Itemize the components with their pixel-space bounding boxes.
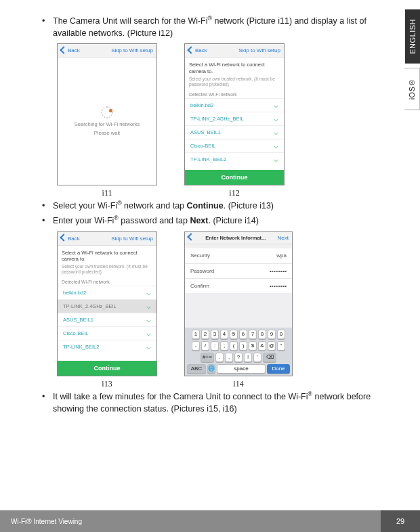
phone-i14: Enter Network Informat... Next Securityw… bbox=[184, 231, 293, 376]
instruction-list: It will take a few minutes for the Camer… bbox=[39, 391, 387, 415]
key-done[interactable]: Done bbox=[267, 364, 290, 374]
wifi-icon: ⌵ bbox=[274, 128, 278, 137]
page-footer: Wi-Fi® Internet Viewing 29 bbox=[0, 510, 420, 532]
form-fields: Securitywpa Password••••••••• Confirm•••… bbox=[185, 248, 292, 293]
figure-label: i14 bbox=[233, 379, 243, 389]
network-item[interactable]: Cisco-BEIL⌵ bbox=[185, 139, 284, 152]
network-list: belkin.bd2⌵ TP-LINK_2.4GHz_BEIL⌵ ASUS_BE… bbox=[58, 286, 156, 353]
phone-i12: Back Skip to Wifi setup Select a Wi-Fi n… bbox=[184, 43, 285, 185]
figure-label: i13 bbox=[102, 379, 112, 389]
screen-title: Enter Network Informat... bbox=[205, 235, 266, 241]
keyboard: 1 2 3 4 5 6 7 8 9 0 - / : bbox=[185, 328, 292, 376]
key[interactable]: 5 bbox=[230, 330, 238, 339]
select-network-heading: Select a Wi-Fi network to connect camera… bbox=[58, 246, 156, 265]
bullet-4: It will take a few minutes for the Camer… bbox=[39, 391, 387, 415]
key-space[interactable]: space bbox=[217, 364, 266, 374]
bullet-3: Enter your Wi-Fi® password and tap Next.… bbox=[39, 215, 387, 227]
key[interactable]: ( bbox=[230, 341, 238, 351]
phone-body: Select a Wi-Fi network to connect camera… bbox=[58, 246, 156, 361]
detected-label: Detected Wi-Fi network bbox=[185, 89, 284, 98]
wifi-icon: ⌵ bbox=[146, 342, 151, 351]
figure-i14: Enter Network Informat... Next Securityw… bbox=[184, 231, 293, 389]
form-gap bbox=[185, 293, 292, 328]
chevron-left-icon bbox=[61, 235, 66, 242]
key[interactable]: ! bbox=[244, 353, 252, 362]
network-item[interactable]: Cisco-BEIL⌵ bbox=[58, 326, 156, 340]
key-backspace[interactable]: ⌫ bbox=[263, 353, 276, 362]
figure-i11: Back Skip to Wifi setup Searching for Wi… bbox=[57, 43, 157, 198]
key[interactable]: ' bbox=[253, 353, 261, 362]
network-item[interactable]: ASUS_BEIL1⌵ bbox=[185, 125, 284, 139]
key[interactable]: 8 bbox=[258, 330, 266, 339]
page-content: The Camera Unit will search for the Wi-F… bbox=[0, 0, 420, 451]
security-row[interactable]: Securitywpa bbox=[185, 248, 292, 263]
skip-link[interactable]: Skip to Wifi setup bbox=[111, 236, 153, 242]
continue-button[interactable]: Continue bbox=[58, 361, 156, 376]
key[interactable]: @ bbox=[268, 341, 276, 351]
key[interactable]: 4 bbox=[220, 330, 228, 339]
wifi-icon: ⌵ bbox=[146, 329, 151, 338]
network-list: belkin.bd2⌵ TP-LINK_2.4GHz_BEIL⌵ ASUS_BE… bbox=[185, 98, 284, 166]
instruction-list: The Camera Unit will search for the Wi-F… bbox=[39, 15, 387, 39]
chevron-left-icon bbox=[188, 235, 194, 241]
key[interactable]: 3 bbox=[211, 330, 219, 339]
key[interactable]: ) bbox=[239, 341, 247, 351]
key[interactable]: 7 bbox=[249, 330, 257, 339]
select-network-sub: Select your own trusted network. (It mus… bbox=[185, 76, 284, 89]
wifi-icon: ⌵ bbox=[274, 101, 278, 110]
key[interactable]: , bbox=[225, 353, 233, 362]
key[interactable]: 1 bbox=[192, 330, 200, 339]
network-item[interactable]: ASUS_BEIL1⌵ bbox=[58, 313, 156, 326]
key[interactable]: : bbox=[211, 341, 219, 351]
figure-label: i12 bbox=[229, 188, 239, 198]
network-item[interactable]: TP-LINK_BEIL2⌵ bbox=[58, 340, 156, 353]
figure-i13: Back Skip to Wifi setup Select a Wi-Fi n… bbox=[57, 231, 157, 389]
confirm-row[interactable]: Confirm••••••••• bbox=[185, 278, 292, 293]
network-item[interactable]: TP-LINK_BEIL2⌵ bbox=[185, 152, 284, 166]
key[interactable]: 6 bbox=[239, 330, 247, 339]
spinner-icon bbox=[101, 106, 113, 118]
bullet-2: Select your Wi-Fi® network and tap Conti… bbox=[39, 200, 387, 212]
key[interactable]: 9 bbox=[268, 330, 276, 339]
wifi-icon: ⌵ bbox=[274, 141, 278, 150]
skip-link[interactable]: Skip to Wifi setup bbox=[111, 47, 153, 53]
phone-header: Back Skip to Wifi setup bbox=[58, 232, 156, 246]
key[interactable]: / bbox=[201, 341, 209, 351]
network-item-selected[interactable]: TP-LINK_2.4GHz_BEIL⌵ bbox=[58, 299, 156, 313]
network-item[interactable]: TP-LINK_2.4GHz_BEIL⌵ bbox=[185, 112, 284, 125]
phone-header: Enter Network Informat... Next bbox=[185, 232, 292, 244]
wifi-icon: ⌵ bbox=[146, 288, 151, 297]
key-shift[interactable]: #+= bbox=[201, 353, 214, 362]
searching-text: Searching for Wi-Fi networks bbox=[75, 121, 140, 127]
figure-label: i11 bbox=[102, 188, 112, 198]
continue-button[interactable]: Continue bbox=[185, 170, 284, 185]
key[interactable]: $ bbox=[249, 341, 257, 351]
phone-body: Searching for Wi-Fi networks Please wait bbox=[58, 58, 156, 185]
key[interactable]: & bbox=[258, 341, 266, 351]
back-button[interactable]: Back bbox=[188, 47, 207, 54]
key-globe[interactable]: 🌐 bbox=[207, 364, 215, 374]
detected-label: Detected Wi-Fi network bbox=[58, 277, 156, 286]
network-item[interactable]: belkin.bd2⌵ bbox=[185, 98, 284, 112]
back-button[interactable] bbox=[188, 234, 194, 241]
chevron-left-icon bbox=[188, 47, 194, 54]
footer-section-title: Wi-Fi® Internet Viewing bbox=[0, 510, 381, 532]
network-item[interactable]: belkin.bd2⌵ bbox=[58, 286, 156, 299]
back-button[interactable]: Back bbox=[61, 47, 80, 54]
back-button[interactable]: Back bbox=[61, 235, 80, 242]
phone-body: Select a Wi-Fi network to connect camera… bbox=[185, 58, 284, 170]
key[interactable]: 2 bbox=[201, 330, 209, 339]
instruction-list: Select your Wi-Fi® network and tap Conti… bbox=[39, 200, 387, 227]
key[interactable]: ? bbox=[234, 353, 243, 362]
key[interactable]: 0 bbox=[277, 330, 285, 339]
next-button[interactable]: Next bbox=[278, 235, 289, 241]
key[interactable]: " bbox=[277, 341, 285, 351]
key[interactable]: ; bbox=[220, 341, 228, 351]
wifi-icon: ⌵ bbox=[146, 302, 151, 311]
key-abc[interactable]: ABC bbox=[187, 364, 206, 374]
page-number: 29 bbox=[381, 510, 420, 532]
password-row[interactable]: Password••••••••• bbox=[185, 263, 292, 278]
key[interactable]: - bbox=[192, 341, 200, 351]
key[interactable]: . bbox=[215, 353, 224, 362]
skip-link[interactable]: Skip to Wifi setup bbox=[238, 47, 280, 53]
